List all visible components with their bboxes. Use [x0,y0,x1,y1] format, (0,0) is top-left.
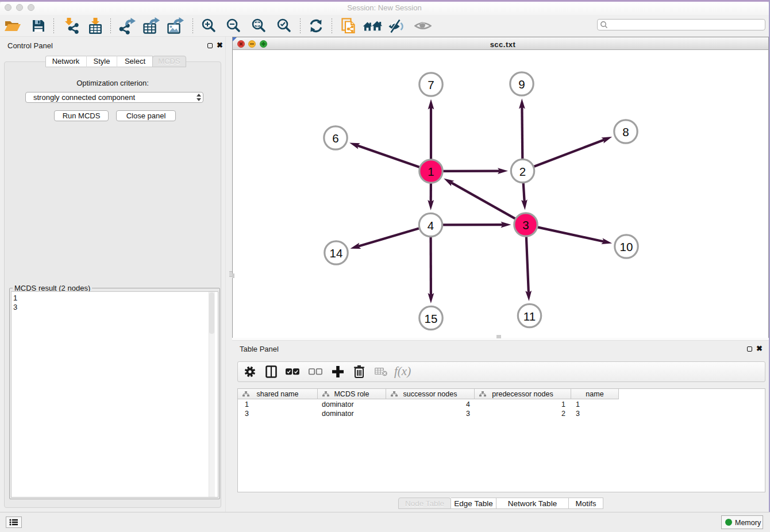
svg-text:2: 2 [519,165,526,178]
svg-text:11: 11 [523,310,536,323]
svg-text:8: 8 [622,125,629,138]
svg-text:1: 1 [428,165,434,178]
svg-text:3: 3 [522,218,529,232]
svg-text:10: 10 [620,240,633,253]
svg-text:14: 14 [330,246,343,260]
svg-text:7: 7 [428,78,434,91]
svg-text:9: 9 [518,78,525,91]
svg-text:6: 6 [332,132,338,145]
svg-text:4: 4 [428,219,434,232]
svg-text:15: 15 [425,312,438,325]
